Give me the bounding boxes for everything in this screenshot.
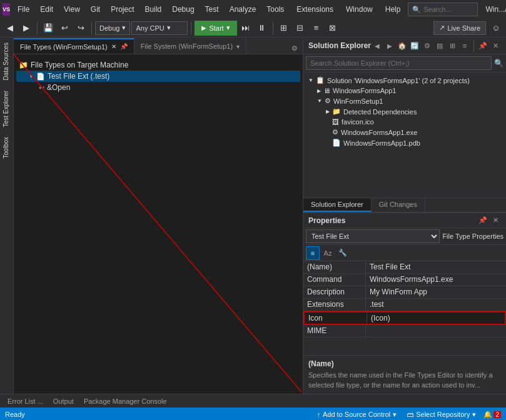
menu-debug[interactable]: Debug [167,2,199,16]
add-to-source-control-btn[interactable]: ↑ Add to Source Control ▾ [314,411,399,419]
sol-exp-btn4[interactable]: ▤ [434,40,445,51]
menu-test[interactable]: Test [200,2,224,16]
toolbar-btn-extra1[interactable]: ⊞ [276,21,291,36]
toolbar-feedback-btn[interactable]: ☺ [488,21,503,36]
menu-view[interactable]: View [59,2,85,16]
nav-forward-button[interactable]: ▶ [19,21,34,36]
tab-file-system[interactable]: File System (WinFormSetup1) ▾ [134,38,246,54]
toolbar-btn-extra4[interactable]: ⊠ [325,21,340,36]
sol-tab-git-changes[interactable]: Git Changes [372,198,425,212]
select-repository-btn[interactable]: 🗃 Select Repository ▾ [404,411,478,419]
config-dropdown-arrow: ▾ [122,24,126,32]
sol-exp-pin[interactable]: 📌 [477,40,488,51]
sol-item-winformsapp1[interactable]: ▶ 🖥 WindowsFormsApp1 [303,86,506,96]
sol-exp-btn6[interactable]: ≡ [459,40,470,51]
sol-tab-solution-explorer[interactable]: Solution Explorer [303,198,372,212]
debug-btn1[interactable]: ⏭ [238,21,253,36]
properties-dropdown[interactable]: Test File Ext [306,229,440,243]
props-val-icon: (Icon) [367,312,505,324]
tab-file-types-pin[interactable]: 📌 [120,43,128,50]
side-tab-data-sources[interactable]: Data Sources [0,38,13,86]
props-key-description: Description [303,286,366,298]
live-share-button[interactable]: ↗ Live Share [433,21,486,35]
menu-window[interactable]: Window [341,2,378,16]
menu-tools[interactable]: Tools [261,2,289,16]
menu-help[interactable]: Help [380,2,406,16]
undo-button[interactable]: ↩ [57,21,72,36]
side-tab-toolbox[interactable]: Toolbox [0,132,13,163]
search-box[interactable]: 🔍 [408,2,478,16]
sol-exp-btn5[interactable]: ⊞ [447,40,458,51]
props-pin-btn[interactable]: 📌 [477,215,488,226]
menu-build[interactable]: Build [140,2,167,16]
search-input[interactable] [423,6,473,13]
sol-item-solution[interactable]: ▼ 📋 Solution 'WindowsFormsApp1' (2 of 2 … [303,75,506,86]
props-row-mime[interactable]: MIME [303,325,506,338]
sol-exp-nav-back[interactable]: ◀ [372,40,383,51]
props-row-command[interactable]: Command WindowsFormsApp1.exe [303,274,506,286]
tree-item-open[interactable]: ↩ &Open [16,82,300,93]
file-tree: 📁 File Types on Target Machine ▼ 📄 Test … [14,54,303,98]
sol-exp-nav-fwd[interactable]: ▶ [384,40,395,51]
sol-exp-btn2[interactable]: 🔄 [409,40,420,51]
menu-file[interactable]: File [13,2,34,16]
tab-file-system-dropdown[interactable]: ▾ [236,43,240,50]
sol-item-detected-deps[interactable]: ▶ 📁 Detected Dependencies [303,106,506,117]
nav-back-button[interactable]: ◀ [3,21,18,36]
folder-icon: 📁 [19,61,28,69]
tab-file-types-close[interactable]: ✕ [111,43,116,50]
platform-dropdown[interactable]: Any CPU ▾ [131,21,188,35]
setup-icon: ⚙ [325,97,331,105]
toolbar-btn-extra3[interactable]: ≡ [309,21,324,36]
live-share-icon: ↗ [439,24,445,32]
sol-item-favicon[interactable]: 🖼 favicon.ico [303,117,506,127]
config-dropdown[interactable]: Debug ▾ [95,21,130,35]
props-row-icon[interactable]: Icon (Icon) [303,311,506,325]
solution-tree: ▼ 📋 Solution 'WindowsFormsApp1' (2 of 2 … [303,72,506,198]
sol-item-winformsetup1[interactable]: ▼ ⚙ WinFormSetup1 [303,96,506,106]
tab-file-types[interactable]: File Types (WinFormSetup1) ✕ 📌 [14,38,134,54]
bottom-tab-package-manager[interactable]: Package Manager Console [81,396,170,406]
sol-exp-btn3[interactable]: ⚙ [422,40,433,51]
tree-item-test-ext[interactable]: ▼ 📄 Test File Ext (.test) [16,71,300,82]
props-btn-settings[interactable]: 🔧 [336,246,350,260]
toolbar-btn-extra2[interactable]: ⊟ [293,21,308,36]
debug-btn2[interactable]: ⏸ [255,21,270,36]
props-row-description[interactable]: Description My WinForm App [303,286,506,299]
bottom-tab-output[interactable]: Output [51,396,76,406]
menu-git[interactable]: Git [86,2,105,16]
menu-edit[interactable]: Edit [35,2,58,16]
props-val-mime [366,325,506,337]
red-diagonal-line [14,54,303,394]
notification-badge[interactable]: 🔔 2 [483,411,501,419]
props-row-extensions[interactable]: Extensions .test [303,299,506,311]
tree-root[interactable]: 📁 File Types on Target Machine [16,59,300,71]
action-icon: ↩ [39,84,44,92]
search-solution-input[interactable] [306,56,492,70]
props-key-command: Command [303,274,366,286]
sol-item-exe[interactable]: ⚙ WindowsFormsApp1.exe [303,127,506,138]
exe-icon: ⚙ [332,128,338,136]
search-icon: 🔍 [412,6,421,14]
menu-project[interactable]: Project [106,2,139,16]
props-val-extensions: .test [366,299,506,311]
props-btn-alphabetical[interactable]: Az [321,246,335,260]
bottom-tab-error-list[interactable]: Error List ... [5,396,46,406]
props-btn-categorized[interactable]: ≡ [306,246,320,260]
tab-settings-btn[interactable]: ⚙ [289,42,300,54]
menu-analyze[interactable]: Analyze [225,2,261,16]
save-button[interactable]: 💾 [41,21,56,36]
redo-button[interactable]: ↪ [73,21,88,36]
props-row-name[interactable]: (Name) Test File Ext [303,261,506,274]
sol-exp-close[interactable]: ✕ [490,40,501,51]
start-button[interactable]: ▶ Start ▾ [195,21,236,36]
chevron-down-icon2: ▼ [317,98,322,104]
properties-title: Properties [308,216,345,225]
props-type-label: File Type Properties [442,232,503,240]
pdb-icon: 📄 [332,139,341,147]
sol-exp-btn1[interactable]: 🏠 [397,40,408,51]
props-close-btn[interactable]: ✕ [490,215,501,226]
menu-extensions[interactable]: Extensions [291,2,338,16]
sol-item-pdb[interactable]: 📄 WindowsFormsApp1.pdb [303,138,506,148]
side-tab-test-explorer[interactable]: Test Explorer [0,86,13,132]
